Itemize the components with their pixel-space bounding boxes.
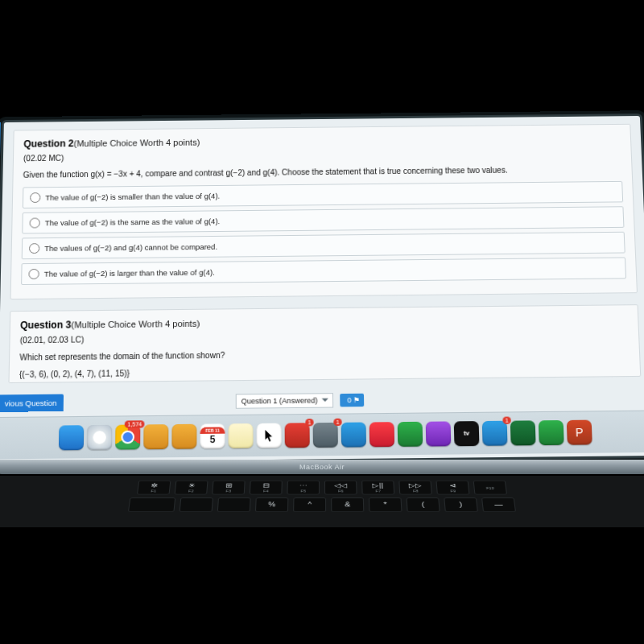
key-blank2[interactable]: [180, 497, 213, 512]
appstore-badge: 1: [502, 417, 510, 424]
laptop-hinge: MacBook Air: [0, 460, 644, 474]
appletv-icon[interactable]: tv: [454, 421, 480, 446]
question-nav-bar: vious Question Question 1 (Answered) 0 ⚑: [8, 388, 642, 412]
powerpoint-icon[interactable]: P: [567, 420, 592, 445]
laptop-viewport: Question 2(Multiple Choice Worth 4 point…: [0, 119, 644, 544]
q2-radio-b[interactable]: [30, 218, 40, 229]
q2-radio-d[interactable]: [28, 269, 39, 279]
question-2-title: Question 2(Multiple Choice Worth 4 point…: [23, 133, 621, 150]
safari-icon[interactable]: [87, 425, 112, 450]
appletv-label: tv: [464, 421, 470, 446]
q2-option-b[interactable]: The value of g(−2) is the same as the va…: [22, 206, 624, 233]
keyboard: ✲F1 ☀F2 ⊞F3 ⊟F4 ⋯F5 ◁◁F6 ▷||F7 ▷▷F8 ⊲F9 …: [0, 476, 644, 527]
q2-radio-a[interactable]: [30, 192, 40, 203]
key-f7[interactable]: ▷||F7: [361, 481, 394, 495]
key-f1[interactable]: ✲F1: [137, 481, 171, 495]
calendar-month-label: FEB 11: [200, 427, 225, 434]
quiz-page: Question 2(Multiple Choice Worth 4 point…: [0, 116, 644, 412]
question-select-wrap[interactable]: Question 1 (Answered): [236, 393, 333, 409]
question-2-card: Question 2(Multiple Choice Worth 4 point…: [10, 124, 638, 299]
key-caret[interactable]: ^: [293, 497, 326, 512]
keyboard-row-fn: ✲F1 ☀F2 ⊞F3 ⊟F4 ⋯F5 ◁◁F6 ▷||F7 ▷▷F8 ⊲F9 …: [44, 481, 599, 495]
q2-option-c[interactable]: The values of g(−2) and g(4) cannot be c…: [22, 232, 625, 259]
key-dash[interactable]: —: [481, 497, 516, 512]
podcasts-icon[interactable]: [426, 421, 452, 446]
key-f3[interactable]: ⊞F3: [212, 481, 245, 495]
q2-option-d[interactable]: The value of g(−2) is larger than the va…: [21, 257, 626, 285]
previous-question-button[interactable]: vious Question: [0, 394, 64, 412]
q2-option-d-label: The value of g(−2) is larger than the va…: [44, 268, 215, 279]
question-2-prompt: Given the function g(x) = −3x + 4, compa…: [23, 164, 622, 179]
key-f8[interactable]: ▷▷F8: [398, 481, 431, 495]
question-3-prompt: Which set represents the domain of the f…: [19, 347, 630, 362]
appstore-icon[interactable]: [482, 421, 508, 446]
left-blue-strip: [0, 122, 1, 412]
q2-option-a-label: The value of g(−2) is smaller than the v…: [45, 192, 220, 202]
calendar-day-label: 5: [210, 434, 216, 445]
q2-radio-c[interactable]: [29, 243, 39, 254]
key-f9[interactable]: ⊲F9: [436, 481, 469, 495]
key-rparen[interactable]: ): [444, 497, 478, 512]
macos-dock: 1,574 FEB 115 1 1 tv 1 P: [0, 411, 644, 460]
question-3-card: Question 3(Multiple Choice Worth 4 point…: [8, 304, 641, 383]
q2-option-b-label: The value of g(−2) is the same as the va…: [45, 217, 221, 227]
chrome-badge: 1,574: [125, 420, 144, 427]
excel-icon[interactable]: [510, 420, 536, 445]
phone-icon[interactable]: [539, 420, 564, 445]
black-bezel-top: [0, 0, 644, 119]
calendar-icon[interactable]: FEB 115: [200, 423, 225, 448]
music-icon[interactable]: [369, 422, 394, 447]
question-3-title: Question 3(Multiple Choice Worth 4 point…: [20, 313, 628, 331]
key-f10[interactable]: F10: [473, 481, 507, 495]
key-blank1[interactable]: [128, 497, 175, 512]
key-f5[interactable]: ⋯F5: [287, 481, 320, 495]
key-f4[interactable]: ⊟F4: [250, 481, 283, 495]
settings-badge: 1: [333, 419, 341, 426]
messages-icon[interactable]: [341, 423, 366, 448]
question-3-set: {(−3, 6), (0, 2), (4, 7), (11, 15)}: [19, 364, 630, 379]
question-select[interactable]: Question 1 (Answered): [236, 393, 333, 409]
chrome-icon[interactable]: [115, 424, 140, 449]
screen-area: Question 2(Multiple Choice Worth 4 point…: [0, 116, 644, 463]
key-percent[interactable]: %: [255, 497, 288, 512]
question-3-code: (02.01, 02.03 LC): [20, 329, 629, 345]
swirl-app-icon[interactable]: [285, 423, 310, 448]
key-blank3[interactable]: [217, 497, 251, 512]
folder-icon[interactable]: [171, 424, 196, 449]
key-star[interactable]: *: [369, 497, 402, 512]
key-f2[interactable]: ☀F2: [175, 481, 208, 495]
notes-icon[interactable]: [229, 423, 254, 448]
q2-option-a[interactable]: The value of g(−2) is smaller than the v…: [23, 181, 623, 208]
flag-count-badge[interactable]: 0 ⚑: [340, 393, 364, 407]
laptop-model-label: MacBook Air: [299, 464, 345, 471]
keyboard-row-num: % ^ & * ( ) —: [41, 497, 603, 512]
settings-icon[interactable]: [313, 423, 338, 448]
key-f6[interactable]: ◁◁F6: [324, 481, 357, 495]
q2-option-c-label: The values of g(−2) and g(4) cannot be c…: [44, 242, 217, 253]
app-icon-yellow[interactable]: [143, 424, 168, 449]
finder-icon[interactable]: [59, 425, 84, 450]
facetime-icon[interactable]: [398, 422, 423, 447]
key-lparen[interactable]: (: [407, 497, 440, 512]
question-2-code: (02.02 MC): [23, 148, 621, 163]
key-amp[interactable]: &: [331, 497, 364, 512]
